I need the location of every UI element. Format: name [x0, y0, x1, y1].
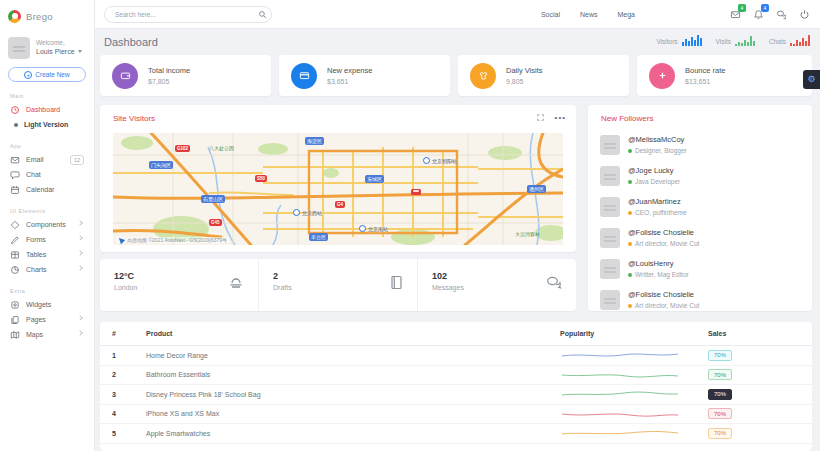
theme-customizer-button[interactable]: ⚙ [803, 70, 820, 89]
sidebar-item-dashboard[interactable]: Dashboard [8, 102, 86, 117]
dashboard-screen: Brego Welcome, Louis Pierce + Create New… [0, 0, 820, 451]
chat-bubble-icon [10, 170, 20, 180]
follower-avatar [600, 197, 620, 217]
product-name: Disney Princess Pink 18' School Bag [134, 391, 548, 398]
pages-icon [10, 315, 20, 325]
sidebar-item-widgets[interactable]: Widgets [8, 297, 86, 312]
sidebar-item-forms[interactable]: Forms [8, 232, 86, 247]
map-park-label: 大运河森林 [515, 231, 540, 237]
status-dot-online [628, 180, 632, 184]
sidebar-item-pages[interactable]: Pages [8, 312, 86, 327]
nav-section-app: App [10, 143, 86, 149]
amap-logo-icon [117, 236, 125, 244]
bullet-icon [14, 123, 18, 127]
sidebar-item-components[interactable]: Components [8, 217, 86, 232]
search-input[interactable] [105, 11, 253, 18]
search-icon[interactable] [253, 10, 271, 19]
sidebar-item-charts[interactable]: Charts [8, 262, 86, 277]
follower-item[interactable]: @LouisHenry Writter, Mag Editor [600, 259, 802, 279]
map-road-shield: G45 [209, 219, 222, 226]
sidebar-item-email[interactable]: Email 12 [8, 152, 86, 167]
sidebar-item-tables[interactable]: Tables [8, 247, 86, 262]
create-new-button[interactable]: + Create New [8, 67, 86, 82]
chats-bar-chart-icon [790, 34, 810, 46]
follower-item[interactable]: @Folisise Chosielie Art director, Movie … [600, 290, 802, 310]
user-avatar[interactable] [8, 37, 30, 59]
follower-item[interactable]: @MelissaMcCoy Designer, Blogger [600, 135, 802, 155]
stat-card-bounce-rate: Bounce rate $13,651 [637, 55, 812, 96]
map-road-shield: G4 [335, 201, 345, 208]
sidebar-item-maps[interactable]: Maps [8, 327, 86, 342]
email-count-badge: 12 [70, 155, 84, 165]
header-mini-stats: Visitors Visits Chats [656, 34, 810, 46]
chat-icon[interactable] [776, 9, 787, 20]
map-district-label: 通州区 [527, 185, 546, 193]
sidebar-item-calendar[interactable]: Calendar [8, 182, 86, 197]
messages-count-badge: 4 [738, 4, 746, 12]
user-name-dropdown[interactable]: Louis Pierce [36, 48, 82, 55]
card-menu-icon[interactable]: ••• [555, 115, 566, 121]
table-row: 1 Home Decor Range 70% [100, 346, 812, 366]
map-station-label: 北京朝阳站 [423, 157, 457, 164]
visitors-bar-chart-icon [682, 34, 702, 46]
notifications-bell-icon[interactable]: 4 [753, 9, 764, 20]
plus-icon: + [24, 71, 32, 79]
sales-badge: 70% [708, 389, 732, 400]
topbar-link-news[interactable]: News [580, 11, 598, 18]
chevron-right-icon [77, 235, 83, 241]
notifications-count-badge: 4 [761, 4, 769, 12]
follower-item[interactable]: @Folisise Chosielie Art director, Movie … [600, 228, 802, 248]
new-followers-title: New Followers [601, 114, 653, 123]
sidebar-item-light-version[interactable]: Light Version [8, 117, 86, 132]
product-name: Home Decor Range [134, 352, 548, 359]
new-followers-card: New Followers @MelissaMcCoy Designer, Bl… [588, 105, 812, 311]
product-name: Apple Smartwatches [134, 430, 548, 437]
map-canvas[interactable]: 门头沟区 石景山区 海淀区 东城区 丰台区 通州区 G102 S50 G45 G… [113, 133, 563, 245]
map-station-label: 北京南站 [359, 225, 388, 232]
follower-item[interactable]: @Joge Lucky Java Developer [600, 166, 802, 186]
chevron-right-icon [77, 250, 83, 256]
follower-avatar [600, 135, 620, 155]
topbar-link-social[interactable]: Social [541, 11, 560, 18]
follower-avatar [600, 259, 620, 279]
topbar-link-mega[interactable]: Mega [617, 11, 635, 18]
mini-stat-visitors: Visitors [656, 34, 701, 46]
sales-badge: 70% [708, 428, 732, 439]
expand-icon[interactable] [536, 113, 545, 122]
welcome-text: Welcome, [36, 37, 82, 46]
col-header-product: Product [134, 330, 548, 337]
follower-avatar [600, 290, 620, 310]
status-dot-away [628, 242, 632, 246]
topbar-icons: 4 4 [730, 0, 810, 29]
mini-stat-visits: Visits [716, 34, 755, 46]
messages-icon[interactable]: 4 [730, 9, 741, 20]
dashboard-icon [10, 105, 20, 115]
brand-logo[interactable]: Brego [8, 5, 86, 27]
wallet-icon [112, 63, 138, 89]
info-tiles: 12°C London 2 Drafts 102 Messages [100, 259, 576, 311]
map-district-label: 门头沟区 [149, 161, 173, 169]
page-title: Dashboard [104, 36, 158, 48]
sidebar: Brego Welcome, Louis Pierce + Create New… [0, 0, 95, 451]
widgets-icon [10, 300, 20, 310]
popularity-sparkline [548, 350, 696, 360]
follower-avatar [600, 166, 620, 186]
follower-item[interactable]: @JuanMartinez CEO, puffintheme [600, 197, 802, 217]
messages-tile: 102 Messages [418, 259, 576, 311]
table-row: 5 Apple Smartwatches 70% [100, 424, 812, 444]
power-icon[interactable] [799, 9, 810, 20]
popularity-sparkline [548, 389, 696, 399]
product-name: Bathroom Essentials [134, 371, 548, 378]
sidebar-item-chat[interactable]: Chat [8, 167, 86, 182]
pie-chart-icon [10, 265, 20, 275]
plus-circle-icon [649, 63, 675, 89]
user-panel: Welcome, Louis Pierce [8, 37, 86, 59]
site-visitors-title: Site Visitors [113, 114, 155, 123]
col-header-num: # [100, 330, 134, 337]
map-park-label: 八大处公园 [209, 145, 234, 151]
col-header-sales: Sales [696, 330, 812, 337]
col-header-popularity: Popularity [548, 330, 696, 337]
table-row: 4 iPhone XS and XS Max 70% [100, 405, 812, 425]
popularity-sparkline [548, 409, 696, 419]
chevron-right-icon [77, 220, 83, 226]
